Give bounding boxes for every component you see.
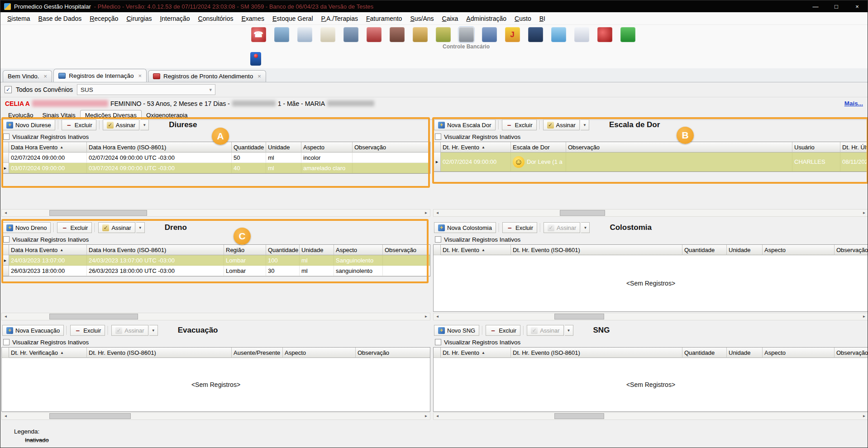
scroll-track[interactable]: [441, 413, 860, 419]
finance-icon[interactable]: [436, 27, 451, 42]
scroll-right-icon[interactable]: ►: [860, 313, 868, 320]
scroll-thumb[interactable]: [49, 314, 138, 319]
column-header[interactable]: Observação: [835, 348, 868, 358]
cell[interactable]: 50: [232, 153, 266, 163]
cell[interactable]: 02/07/2024 09:00:00: [9, 153, 87, 163]
column-header[interactable]: Dt. Hr. Últi: [840, 142, 868, 153]
novo-sng-button[interactable]: + Novo SNG: [434, 325, 479, 336]
column-header[interactable]: Aspecto: [763, 245, 835, 255]
column-header[interactable]: Dt. Hr. Evento▲: [441, 245, 511, 255]
dreno-excluir-button[interactable]: − Excluir: [57, 222, 92, 233]
table-row-selected[interactable]: ▸ 03/07/2024 09:00:00 03/07/2024 09:00:0…: [2, 163, 430, 173]
escala-assinar-button[interactable]: ✓ Assinar: [543, 119, 580, 130]
menu-consultorios[interactable]: Consultórios: [194, 13, 238, 24]
scroll-thumb[interactable]: [49, 210, 147, 216]
dreno-hscrollbar[interactable]: ◄ ►: [1, 313, 430, 320]
cell[interactable]: ml: [266, 153, 301, 163]
scroll-track[interactable]: [441, 313, 860, 320]
dreno-assinar-button[interactable]: ✓ Assinar: [98, 222, 135, 233]
table-row-selected[interactable]: ▸ 24/03/2023 13:07:00 24/03/2023 13:07:0…: [2, 255, 430, 266]
column-header[interactable]: Unidade: [727, 348, 763, 358]
table-row[interactable]: 02/07/2024 09:00:00 02/07/2024 09:00:00 …: [2, 153, 430, 163]
cell[interactable]: ☺ Dor Leve (1 a: [511, 153, 566, 172]
column-header[interactable]: Observação: [383, 245, 430, 255]
table-row[interactable]: 26/03/2023 18:00:00 26/03/2023 18:00:00 …: [2, 266, 430, 276]
column-header[interactable]: Aspecto: [763, 348, 835, 358]
scroll-right-icon[interactable]: ►: [422, 313, 430, 320]
column-header[interactable]: Data Hora Evento (ISO-8601): [87, 245, 224, 255]
column-header[interactable]: Data Hora Evento▲: [9, 142, 87, 153]
diurese-assinar-button[interactable]: ✓ Assinar: [103, 119, 139, 130]
diurese-assinar-dropdown[interactable]: ▼: [140, 119, 149, 130]
column-header[interactable]: Quantidade: [266, 245, 300, 255]
diurese-hscrollbar[interactable]: ◄ ►: [1, 209, 430, 217]
cell[interactable]: [383, 266, 430, 276]
column-header[interactable]: Aspecto: [283, 348, 356, 358]
cell[interactable]: Lombar: [224, 255, 266, 266]
column-header[interactable]: Quantidade: [232, 142, 266, 153]
cell[interactable]: [566, 153, 792, 172]
cell[interactable]: 26/03/2023 18:00:00 UTC -03:00: [87, 266, 224, 276]
cell[interactable]: ml: [300, 266, 334, 276]
menu-internacao[interactable]: Internação: [156, 13, 194, 24]
scroll-left-icon[interactable]: ◄: [434, 313, 441, 320]
evacuacao-inativos-checkbox[interactable]: [3, 339, 10, 345]
column-header[interactable]: Observação: [356, 348, 430, 358]
cell[interactable]: [353, 153, 430, 163]
cell[interactable]: [353, 163, 430, 173]
menu-exames[interactable]: Exames: [237, 13, 268, 24]
column-header[interactable]: Quantidade: [682, 348, 727, 358]
sng-hscrollbar[interactable]: ◄ ►: [433, 412, 868, 420]
column-header[interactable]: Observação: [353, 142, 430, 153]
menu-bi[interactable]: BI: [535, 13, 549, 24]
column-header[interactable]: Quantidade: [682, 245, 727, 255]
novo-diurese-button[interactable]: + Novo Diurese: [2, 119, 55, 130]
cell[interactable]: 24/03/2023 13:07:00: [9, 255, 87, 266]
escala-excluir-button[interactable]: − Excluir: [502, 119, 537, 130]
column-header[interactable]: Dt. Hr. Verificação▲: [9, 348, 87, 358]
scroll-thumb[interactable]: [49, 413, 131, 419]
column-header[interactable]: Observação: [566, 142, 792, 153]
evacuacao-excluir-button[interactable]: − Excluir: [70, 325, 105, 336]
sng-assinar-button[interactable]: ✓ Assinar: [527, 325, 563, 336]
colostomia-assinar-button[interactable]: ✓ Assinar: [544, 222, 580, 233]
scroll-track[interactable]: [10, 210, 422, 216]
doctor-icon[interactable]: [297, 27, 312, 42]
column-header[interactable]: Aspecto: [301, 142, 353, 153]
cell[interactable]: Sanguinolento: [334, 255, 383, 266]
cell[interactable]: 03/07/2024 09:00:00: [9, 163, 87, 173]
close-icon[interactable]: ×: [258, 73, 261, 80]
column-header[interactable]: Aspecto: [334, 245, 383, 255]
report-icon[interactable]: [574, 27, 589, 42]
scroll-right-icon[interactable]: ►: [860, 210, 868, 216]
cell[interactable]: 24/03/2023 13:07:00 UTC -03:00: [87, 255, 224, 266]
cell[interactable]: 30: [266, 266, 300, 276]
column-header[interactable]: Data Hora Evento▲: [9, 245, 87, 255]
evacuacao-hscrollbar[interactable]: ◄ ►: [1, 412, 430, 420]
cell[interactable]: ml: [300, 255, 334, 266]
scroll-left-icon[interactable]: ◄: [434, 413, 441, 419]
cell[interactable]: [383, 255, 430, 266]
cell[interactable]: 100: [266, 255, 300, 266]
cell[interactable]: amarelado claro: [301, 163, 353, 173]
cell[interactable]: 02/07/2024 09:00:00 UTC -03:00: [87, 153, 232, 163]
ambulance-icon[interactable]: [367, 27, 382, 42]
close-icon[interactable]: ×: [138, 72, 142, 79]
minimize-button[interactable]: —: [805, 0, 826, 12]
power-icon[interactable]: [597, 27, 612, 42]
menu-faturamento[interactable]: Faturamento: [362, 13, 406, 24]
computer-icon[interactable]: [482, 27, 497, 42]
cell[interactable]: 08/11/202: [840, 153, 868, 172]
colostomia-hscrollbar[interactable]: ◄ ►: [433, 313, 868, 320]
bed-icon[interactable]: [343, 27, 358, 42]
column-header[interactable]: Dt. Hr. Evento▲: [441, 348, 511, 358]
cell[interactable]: 02/07/2024 09:00:00: [441, 153, 511, 172]
scroll-left-icon[interactable]: ◄: [2, 210, 10, 216]
scroll-thumb[interactable]: [554, 413, 604, 419]
tab-bem-vindo[interactable]: Bem Vindo. ×: [3, 70, 52, 82]
chat-icon[interactable]: [551, 27, 566, 42]
nova-evacuacao-button[interactable]: + Nova Evacuação: [2, 325, 64, 336]
sng-inativos-checkbox[interactable]: [435, 339, 441, 345]
column-header[interactable]: Dt. Hr. Evento (ISO-8601): [87, 348, 232, 358]
menu-base-de-dados[interactable]: Base de Dados: [34, 13, 86, 24]
